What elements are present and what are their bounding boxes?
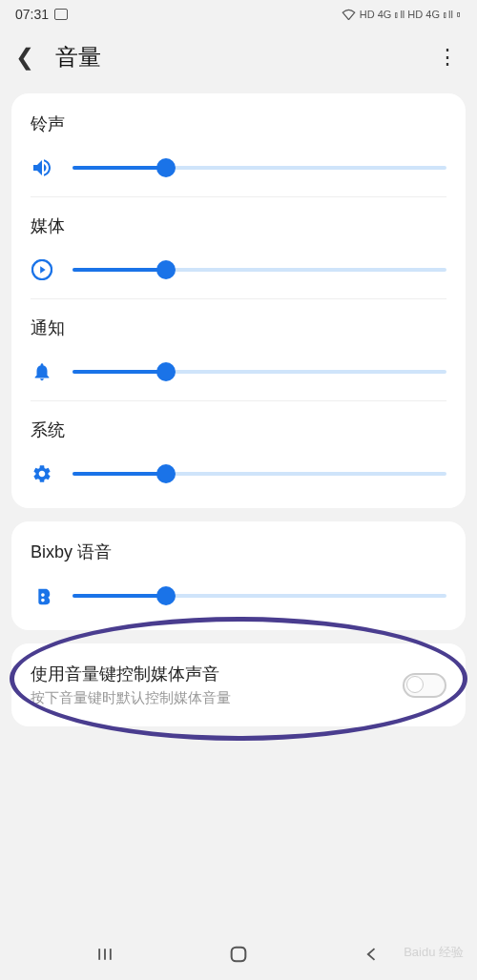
ringtone-section: 铃声 <box>31 112 446 196</box>
picture-icon <box>54 9 68 20</box>
header: ❮ 音量 ⋮ <box>0 29 477 93</box>
page-title: 音量 <box>55 42 101 72</box>
gear-icon <box>31 462 53 485</box>
toggle-switch[interactable] <box>403 673 446 698</box>
more-options-button[interactable]: ⋮ <box>433 45 462 70</box>
notification-section: 通知 <box>31 298 446 400</box>
bixby-section: Bixby 语音 <box>31 541 446 611</box>
toggle-text: 使用音量键控制媒体声音 按下音量键时默认控制媒体音量 <box>31 663 403 707</box>
media-row <box>31 258 446 281</box>
system-slider[interactable] <box>73 462 446 485</box>
toggle-title: 使用音量键控制媒体声音 <box>31 663 403 685</box>
volume-sliders-card: 铃声 媒体 通知 <box>11 93 466 508</box>
wifi-icon <box>342 9 356 20</box>
system-section: 系统 <box>31 400 446 489</box>
notification-label: 通知 <box>31 316 446 339</box>
speaker-icon <box>31 156 53 179</box>
ringtone-label: 铃声 <box>31 112 446 135</box>
toggle-knob <box>406 676 424 693</box>
ringtone-row <box>31 156 446 179</box>
volume-key-toggle-card[interactable]: 使用音量键控制媒体声音 按下音量键时默认控制媒体音量 <box>11 643 466 726</box>
status-bar: 07:31 HD 4G ⫾ll HD 4G ⫾ll ▯ <box>0 0 477 29</box>
notification-row <box>31 360 446 383</box>
media-slider[interactable] <box>73 258 446 281</box>
bixby-icon <box>31 584 53 607</box>
status-indicators: HD 4G ⫾ll HD 4G ⫾ll ▯ <box>360 9 462 20</box>
notification-slider[interactable] <box>73 360 446 383</box>
bixby-row <box>31 584 446 607</box>
back-button[interactable]: ❮ <box>15 44 34 71</box>
recents-button[interactable] <box>86 935 124 973</box>
svg-rect-4 <box>232 948 246 962</box>
home-button[interactable] <box>219 935 258 973</box>
media-label: 媒体 <box>31 214 446 237</box>
system-row <box>31 462 446 485</box>
ringtone-slider[interactable] <box>73 156 446 179</box>
bixby-label: Bixby 语音 <box>31 541 446 563</box>
bixby-slider[interactable] <box>73 584 446 607</box>
status-left: 07:31 <box>15 7 68 22</box>
toggle-description: 按下音量键时默认控制媒体音量 <box>31 689 403 707</box>
media-section: 媒体 <box>31 196 446 298</box>
bixby-card: Bixby 语音 <box>11 521 466 630</box>
play-icon <box>31 258 53 281</box>
status-time: 07:31 <box>15 7 49 22</box>
status-right: HD 4G ⫾ll HD 4G ⫾ll ▯ <box>342 9 462 20</box>
system-label: 系统 <box>31 419 446 441</box>
back-nav-button[interactable] <box>353 935 391 973</box>
bell-icon <box>31 360 53 383</box>
watermark: Baidu 经验 <box>404 944 464 961</box>
